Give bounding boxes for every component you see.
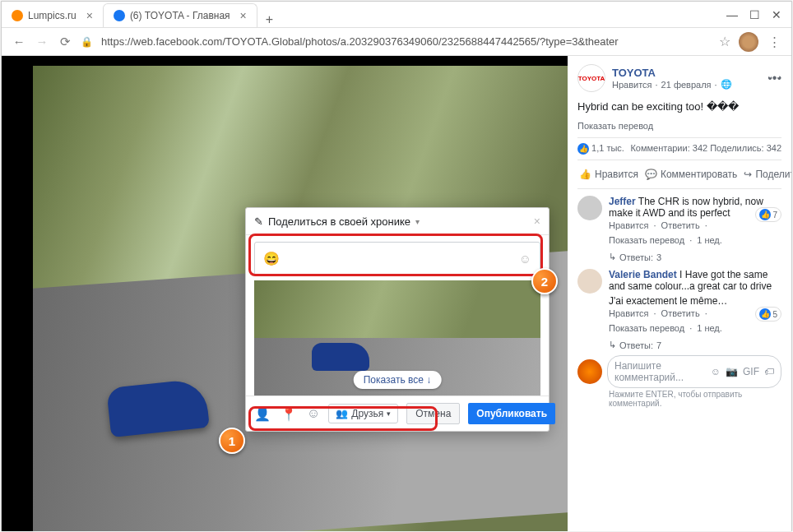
smiley-icon[interactable]: ☺ (711, 366, 721, 377)
location-icon[interactable]: 📍 (281, 406, 297, 422)
replies-toggle[interactable]: ↳ Ответы: 7 (609, 340, 781, 350)
friends-icon: 👥 (336, 408, 348, 419)
share-dialog: ✎ Поделиться в своей хронике ▾ × 😄 ☺ Пок… (245, 207, 550, 432)
user-avatar[interactable] (577, 359, 602, 384)
emoji-content: 😄 (263, 251, 280, 266)
dialog-header: ✎ Поделиться в своей хронике ▾ × (246, 208, 549, 235)
share-icon: ↪ (744, 169, 752, 180)
chevron-down-icon[interactable]: ▾ (415, 217, 420, 226)
comment-item: Jeffer The CHR is now hybrid, now make i… (577, 196, 781, 245)
globe-icon: 🌐 (721, 79, 732, 90)
address-bar: ← → ⟳ 🔒 https://web.facebook.com/TOYOTA.… (2, 28, 791, 56)
sticker-icon[interactable]: 🏷 (764, 366, 774, 377)
show-all-button[interactable]: Показать все ↓ (354, 371, 442, 389)
post-header: TOYOTA TOYOTA Нравится · 21 февраля · 🌐 … (577, 64, 781, 92)
tab-title: (6) TOYOTA - Главная (130, 10, 230, 21)
like-count[interactable]: 👍 1,1 тыс. (577, 143, 624, 155)
avatar[interactable] (577, 196, 602, 220)
close-icon[interactable]: × (240, 9, 247, 22)
close-icon[interactable]: × (86, 9, 93, 22)
page-viewport: ✕ TOYOTA TOYOTA Нравится · 21 февраля · … (2, 56, 791, 531)
callout-badge-2: 2 (531, 268, 558, 294)
tag-people-icon[interactable]: 👤 (254, 406, 271, 422)
window-controls: — ☐ ✕ (716, 8, 791, 21)
maximize-icon[interactable]: ☐ (749, 8, 760, 21)
browser-window: Lumpics.ru × (6) TOYOTA - Главная × + — … (1, 1, 792, 531)
chevron-down-icon: ▾ (387, 409, 391, 418)
tab-title: Lumpics.ru (28, 10, 77, 21)
post-caption: Hybrid can be exciting too! ��� (577, 100, 781, 113)
callout-badge-1: 1 (219, 428, 245, 454)
close-icon[interactable]: × (534, 215, 540, 228)
page-avatar[interactable]: TOYOTA (577, 64, 605, 92)
close-icon[interactable]: ✕ (772, 8, 781, 21)
post-sidebar: TOYOTA TOYOTA Нравится · 21 февраля · 🌐 … (568, 56, 791, 531)
share-button[interactable]: ↪Поделиться (742, 164, 791, 185)
share-preview: Показать все ↓ (254, 280, 540, 396)
reload-icon[interactable]: ⟳ (58, 35, 72, 49)
gif-icon[interactable]: GIF (743, 366, 759, 377)
comment-input[interactable]: Напишите комментарий... ☺ 📷 GIF 🏷 (607, 355, 781, 388)
minimize-icon[interactable]: — (726, 8, 738, 21)
bookmark-icon[interactable]: ☆ (719, 34, 730, 49)
page-name[interactable]: TOYOTA (612, 67, 732, 79)
menu-icon[interactable]: ⋮ (767, 35, 781, 49)
tab-strip: Lumpics.ru × (6) TOYOTA - Главная × + (2, 2, 716, 27)
titlebar: Lumpics.ru × (6) TOYOTA - Главная × + — … (2, 2, 791, 28)
comment-hint: Нажмите ENTER, чтобы отправить комментар… (609, 390, 781, 408)
post-date[interactable]: 21 февраля (661, 80, 712, 90)
post-stats: 👍 1,1 тыс. Комментарии: 342 Поделились: … (577, 137, 781, 160)
like-button[interactable]: 👍Нравится (577, 164, 640, 185)
comment-input-row: Напишите комментарий... ☺ 📷 GIF 🏷 (577, 355, 781, 388)
forward-icon[interactable]: → (35, 35, 49, 49)
share-text-input[interactable]: 😄 ☺ (254, 242, 540, 275)
tab-facebook[interactable]: (6) TOYOTA - Главная × (103, 3, 257, 27)
translate-link[interactable]: Показать перевод (577, 121, 781, 131)
favicon-icon (12, 10, 23, 21)
emoji-picker-icon[interactable]: ☺ (519, 252, 531, 266)
replies-toggle[interactable]: ↳ Ответы: 3 (609, 252, 781, 262)
audience-selector[interactable]: 👥 Друзья ▾ (328, 404, 398, 423)
url-text[interactable]: https://web.facebook.com/TOYOTA.Global/p… (101, 35, 711, 48)
back-icon[interactable]: ← (12, 35, 26, 49)
cancel-button[interactable]: Отмена (406, 403, 460, 424)
liked-label[interactable]: Нравится (612, 80, 652, 90)
camera-icon[interactable]: 📷 (726, 366, 738, 377)
comment-text-2: J'ai exactement le même… (609, 295, 781, 307)
dialog-footer: 👤 📍 ☺ 👥 Друзья ▾ Отмена Опубликовать (246, 396, 549, 431)
commenter-name[interactable]: Valerie Bandet (609, 269, 677, 280)
dialog-title[interactable]: Поделиться в своей хронике (268, 215, 410, 228)
tab-lumpics[interactable]: Lumpics.ru × (2, 4, 103, 27)
post-actions: 👍Нравится 💬Комментировать ↪Поделиться (577, 160, 781, 189)
lock-icon: 🔒 (81, 36, 93, 48)
new-tab-button[interactable]: + (257, 12, 281, 27)
edit-icon: ✎ (254, 215, 263, 228)
avatar[interactable] (577, 269, 602, 294)
close-theater-icon[interactable]: ✕ (767, 62, 781, 84)
publish-button[interactable]: Опубликовать (468, 403, 555, 424)
commenter-name[interactable]: Jeffer (609, 196, 636, 207)
thumb-icon: 👍 (579, 169, 591, 180)
comment-item: Valerie Bandet I Have got the same and s… (577, 269, 781, 333)
comment-button[interactable]: 💬Комментировать (643, 164, 739, 185)
feeling-icon[interactable]: ☺ (307, 406, 320, 422)
favicon-icon (114, 10, 125, 21)
profile-avatar[interactable] (739, 32, 758, 52)
comment-icon: 💬 (645, 169, 657, 180)
